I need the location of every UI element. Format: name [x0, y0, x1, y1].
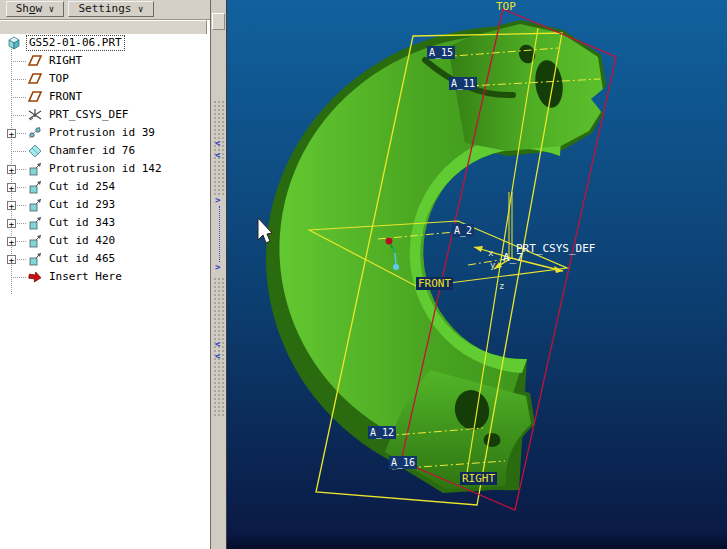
axis-label-a12[interactable]: A_12 — [368, 426, 396, 439]
tree-item-label[interactable]: Cut id 254 — [49, 178, 115, 196]
model-tree-panel: Show ∨ Settings ∨ GS52-01-06.PRT RIGHT — [0, 0, 210, 549]
axis-label-a15[interactable]: A_15 — [427, 46, 455, 59]
extrude-feature-icon — [27, 215, 43, 231]
tree-item-insert-here[interactable]: Insert Here — [0, 268, 210, 286]
axis-label-a7[interactable]: A_7 — [503, 251, 523, 264]
expand-plus-icon[interactable]: + — [7, 129, 16, 138]
expand-plus-icon[interactable]: + — [7, 165, 16, 174]
tree-item-chamfer-76[interactable]: Chamfer id 76 — [0, 142, 210, 160]
datum-plane-icon — [27, 71, 43, 87]
expand-right-icon[interactable]: > — [215, 263, 220, 272]
tree-item-protrusion-142[interactable]: + Protrusion id 142 — [0, 160, 210, 178]
extrude-feature-icon — [27, 233, 43, 249]
expand-plus-icon[interactable]: + — [7, 237, 16, 246]
tree-item-protrusion-39[interactable]: + Protrusion id 39 — [0, 124, 210, 142]
tree-stub — [11, 277, 26, 278]
tree-item-right[interactable]: RIGHT — [0, 52, 210, 70]
tree-item-cut-293[interactable]: + Cut id 293 — [0, 196, 210, 214]
splitter-drag-track[interactable] — [219, 206, 220, 262]
splitter-texture[interactable] — [213, 100, 224, 197]
expand-plus-icon[interactable]: + — [7, 183, 16, 192]
splitter-button[interactable] — [212, 13, 225, 30]
tree-item-label[interactable]: Cut id 293 — [49, 196, 115, 214]
extrude-feature-icon — [27, 197, 43, 213]
extrude-feature-icon — [27, 179, 43, 195]
tree-item-label[interactable]: Cut id 465 — [49, 250, 115, 268]
csys-x-label: x — [488, 248, 494, 258]
csys-icon — [27, 107, 43, 123]
axis-label-a2[interactable]: A_2 — [452, 224, 474, 237]
tree-item-cut-465[interactable]: + Cut id 465 — [0, 250, 210, 268]
tree-item-label[interactable]: GS52-01-06.PRT — [26, 35, 125, 51]
tree-stub — [11, 79, 26, 80]
show-label-mnemonic: o — [29, 2, 36, 15]
chamfer-feature-icon — [27, 143, 43, 159]
csys-y-label: y — [490, 260, 496, 270]
tree-item-label[interactable]: FRONT — [49, 88, 82, 106]
application-window: Show ∨ Settings ∨ GS52-01-06.PRT RIGHT — [0, 0, 727, 549]
collapse-left-icon[interactable]: < — [215, 139, 220, 148]
tree-item-label[interactable]: Chamfer id 76 — [49, 142, 135, 160]
tree-item-label[interactable]: Cut id 343 — [49, 214, 115, 232]
expand-plus-icon[interactable]: + — [7, 219, 16, 228]
settings-menu-button[interactable]: Settings ∨ — [68, 1, 154, 17]
3d-viewport[interactable]: x y z TOP A_15 A_11 A_2 PRT_CSYS_DEF A_7… — [227, 0, 727, 549]
tree-item-label[interactable]: Protrusion id 39 — [49, 124, 155, 142]
tree-stub — [11, 115, 26, 116]
tree-stub — [11, 151, 26, 152]
tree-toolbar: Show ∨ Settings ∨ — [0, 0, 210, 20]
extrude-feature-icon — [27, 251, 43, 267]
expand-right-icon[interactable]: > — [215, 196, 220, 205]
datum-label-right[interactable]: RIGHT — [460, 472, 497, 485]
chevron-down-icon: ∨ — [138, 4, 143, 14]
collapse-left-icon[interactable]: < — [215, 151, 220, 160]
axis-label-a16[interactable]: A_16 — [389, 456, 417, 469]
show-label-suffix: w — [36, 2, 43, 15]
tree-item-label[interactable]: PRT_CSYS_DEF — [49, 106, 128, 124]
tree-item-root[interactable]: GS52-01-06.PRT — [0, 34, 210, 52]
tree-item-label[interactable]: Cut id 420 — [49, 232, 115, 250]
tree-item-top[interactable]: TOP — [0, 70, 210, 88]
show-menu-button[interactable]: Show ∨ — [6, 1, 64, 17]
csys-z-label: z — [499, 281, 504, 291]
tree-stub — [11, 97, 26, 98]
panel-splitter[interactable]: < < > > < < — [210, 0, 227, 549]
tree-item-label[interactable]: RIGHT — [49, 52, 82, 70]
chevron-down-icon: ∨ — [49, 4, 54, 14]
datum-label-top[interactable]: TOP — [496, 0, 516, 13]
expand-plus-icon[interactable]: + — [7, 255, 16, 264]
show-label: Sh — [16, 2, 29, 15]
tree-item-cut-343[interactable]: + Cut id 343 — [0, 214, 210, 232]
tree-stub — [11, 61, 26, 62]
tree-item-csys[interactable]: PRT_CSYS_DEF — [0, 106, 210, 124]
datum-label-front[interactable]: FRONT — [416, 277, 453, 290]
settings-label: Settings — [78, 2, 131, 15]
tree-item-cut-254[interactable]: + Cut id 254 — [0, 178, 210, 196]
insert-here-arrow-icon — [27, 269, 43, 285]
tree-item-cut-420[interactable]: + Cut id 420 — [0, 232, 210, 250]
tree-item-label[interactable]: TOP — [49, 70, 69, 88]
tree-item-label[interactable]: Insert Here — [49, 268, 122, 286]
csys-name-label[interactable]: PRT_CSYS_DEF — [516, 242, 595, 255]
collapse-left-icon[interactable]: < — [215, 352, 220, 361]
axis-label-a11[interactable]: A_11 — [449, 77, 477, 90]
expand-plus-icon[interactable]: + — [7, 201, 16, 210]
revolve-feature-icon — [27, 125, 43, 141]
model-tree: GS52-01-06.PRT RIGHT TOP FRONT — [0, 34, 210, 549]
extrude-feature-icon — [27, 161, 43, 177]
tree-item-label[interactable]: Protrusion id 142 — [49, 160, 162, 178]
tree-item-front[interactable]: FRONT — [0, 88, 210, 106]
part-cube-icon — [6, 35, 22, 51]
datum-plane-icon — [27, 53, 43, 69]
hole-bottom-small[interactable] — [484, 433, 501, 447]
collapse-left-icon[interactable]: < — [215, 340, 220, 349]
datum-plane-icon — [27, 89, 43, 105]
